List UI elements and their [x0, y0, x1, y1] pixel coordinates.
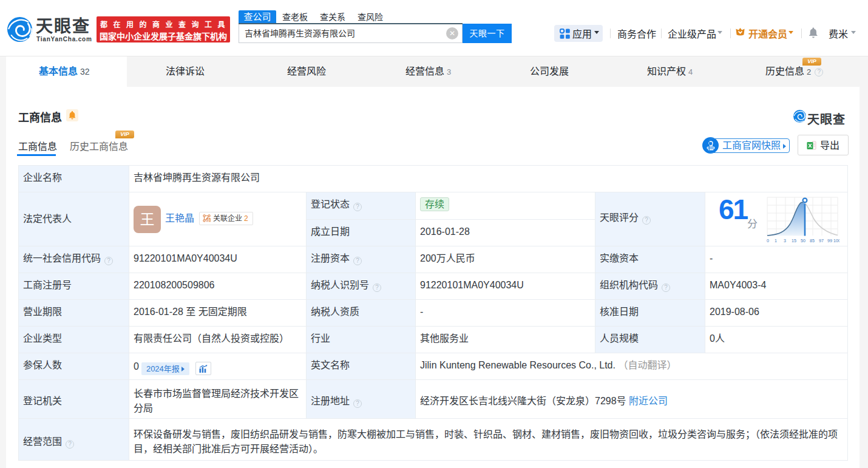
svg-text:50: 50 — [801, 238, 805, 243]
svg-text:99: 99 — [827, 238, 832, 243]
svg-text:企: 企 — [206, 218, 211, 222]
svg-text:3: 3 — [784, 238, 786, 243]
svg-text:85: 85 — [810, 238, 815, 243]
svg-text:0: 0 — [767, 238, 769, 243]
svg-text:15: 15 — [792, 238, 796, 243]
svg-text:97: 97 — [819, 238, 824, 243]
svg-text:1: 1 — [775, 238, 777, 243]
svg-text:100: 100 — [833, 238, 839, 243]
